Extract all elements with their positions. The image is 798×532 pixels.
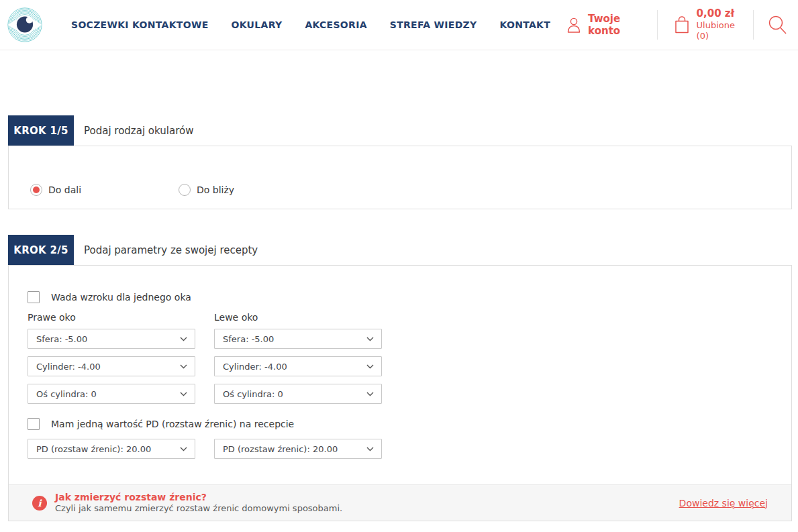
search-button[interactable] (754, 14, 798, 36)
select-os-cylindra-left[interactable]: Oś cylindra: 0 (214, 384, 382, 404)
chevron-down-icon (366, 392, 374, 396)
favorites-count: Ulubione (0) (697, 20, 738, 42)
checkbox-one-eye-label: Wada wzroku dla jednego oka (51, 292, 191, 303)
nav-soczewki-kontaktowe[interactable]: SOCZEWKI KONTAKTOWE (71, 19, 209, 30)
select-pd-left-value: PD (rozstaw źrenic): 20.00 (223, 444, 338, 454)
chevron-down-icon (366, 447, 374, 451)
checkbox-pd-label: Mam jedną wartość PD (rozstaw źrenic) na… (51, 419, 294, 429)
step2-title: Podaj parametry ze swojej recepty (84, 244, 258, 256)
select-pd-left[interactable]: PD (rozstaw źrenic): 20.00 (214, 439, 382, 459)
checkbox-one-eye-row[interactable]: Wada wzroku dla jednego oka (28, 291, 791, 303)
step1-section: KROK 1/5 Podaj rodzaj okularów Do dali D… (8, 115, 792, 209)
checkbox-pd[interactable] (28, 418, 40, 430)
chevron-down-icon (180, 392, 187, 396)
step2-body: Wada wzroku dla jednego oka Prawe oko Sf… (8, 265, 792, 521)
right-eye-label: Prawe oko (28, 312, 195, 323)
select-os-cylindra-right-value: Oś cylindra: 0 (36, 389, 97, 399)
select-pd-right-value: PD (rozstaw źrenic): 20.00 (36, 444, 151, 454)
right-eye-column: Prawe oko Sfera: -5.00 Cylinder: -4.00 (28, 312, 195, 411)
pd-right-column: PD (rozstaw źrenic): 20.00 (28, 439, 195, 466)
step2-section: KROK 2/5 Podaj parametry ze swojej recep… (8, 235, 792, 521)
pd-info-band: i Jak zmierzyć rozstaw źrenic? Czyli jak… (9, 484, 791, 521)
radio-do-blizy[interactable]: Do bliży (179, 171, 234, 209)
left-eye-column: Lewe oko Sfera: -5.00 Cylinder: -4.00 (214, 312, 382, 411)
step2-badge: KROK 2/5 (8, 235, 74, 265)
chevron-down-icon (180, 364, 187, 369)
shop-logo-eye-icon[interactable] (5, 5, 44, 44)
cart-button[interactable]: 0,00 zł Ulubione (0) (658, 7, 754, 42)
main-content: KROK 1/5 Podaj rodzaj okularów Do dali D… (0, 115, 798, 521)
radio-label-do-blizy: Do bliży (197, 184, 234, 195)
search-icon (767, 14, 787, 36)
pd-left-column: PD (rozstaw źrenic): 20.00 (214, 439, 382, 466)
select-os-cylindra-right[interactable]: Oś cylindra: 0 (28, 384, 195, 404)
header: SOCZEWKI KONTAKTOWE OKULARY AKCESORIA ST… (0, 0, 798, 50)
nav-strefa-wiedzy[interactable]: STREFA WIEDZY (390, 19, 477, 30)
radio-button-unselected[interactable] (179, 184, 191, 196)
chevron-down-icon (366, 364, 374, 369)
step1-badge: KROK 1/5 (8, 115, 74, 146)
radio-do-dali[interactable]: Do dali (30, 171, 179, 209)
step1-body: Do dali Do bliży (8, 146, 792, 209)
pd-columns: PD (rozstaw źrenic): 20.00 PD (rozstaw ź… (28, 439, 791, 466)
left-eye-label: Lewe oko (214, 312, 382, 323)
main-nav: SOCZEWKI KONTAKTOWE OKULARY AKCESORIA ST… (71, 19, 550, 30)
select-sfera-right-value: Sfera: -5.00 (36, 334, 87, 344)
eye-columns: Prawe oko Sfera: -5.00 Cylinder: -4.00 (28, 312, 791, 411)
select-cylinder-right-value: Cylinder: -4.00 (36, 362, 101, 372)
select-sfera-left[interactable]: Sfera: -5.00 (214, 329, 382, 349)
checkbox-one-eye[interactable] (28, 291, 40, 303)
chevron-down-icon (180, 447, 187, 451)
shopping-bag-icon (674, 15, 690, 34)
select-cylinder-right[interactable]: Cylinder: -4.00 (28, 356, 195, 376)
select-os-cylindra-left-value: Oś cylindra: 0 (223, 389, 283, 399)
radio-button-selected[interactable] (30, 184, 42, 196)
account-label: Twoje konto (588, 13, 641, 37)
header-right: Twoje konto 0,00 zł Ulubione (0) (550, 0, 798, 50)
select-sfera-right[interactable]: Sfera: -5.00 (28, 329, 195, 349)
account-button[interactable]: Twoje konto (550, 13, 657, 37)
select-cylinder-left[interactable]: Cylinder: -4.00 (214, 356, 382, 376)
chevron-down-icon (180, 337, 187, 341)
info-title: Jak zmierzyć rozstaw źrenic? (55, 491, 342, 503)
radio-label-do-dali: Do dali (48, 184, 81, 195)
user-icon (566, 16, 581, 34)
learn-more-link[interactable]: Dowiedz się więcej (679, 498, 768, 509)
step1-header: KROK 1/5 Podaj rodzaj okularów (8, 115, 792, 146)
checkbox-pd-row[interactable]: Mam jedną wartość PD (rozstaw źrenic) na… (28, 418, 791, 430)
step1-title: Podaj rodzaj okularów (84, 125, 193, 137)
select-pd-right[interactable]: PD (rozstaw źrenic): 20.00 (28, 439, 195, 459)
chevron-down-icon (366, 337, 374, 341)
cart-total: 0,00 zł (697, 7, 738, 20)
step2-header: KROK 2/5 Podaj parametry ze swojej recep… (8, 235, 792, 265)
nav-okulary[interactable]: OKULARY (232, 19, 283, 30)
info-icon: i (32, 496, 47, 511)
info-subtitle: Czyli jak samemu zmierzyć rozstaw źrenic… (55, 503, 342, 515)
nav-akcesoria[interactable]: AKCESORIA (305, 19, 366, 30)
select-sfera-left-value: Sfera: -5.00 (223, 334, 274, 344)
select-cylinder-left-value: Cylinder: -4.00 (223, 362, 287, 372)
nav-kontakt[interactable]: KONTAKT (499, 19, 550, 30)
